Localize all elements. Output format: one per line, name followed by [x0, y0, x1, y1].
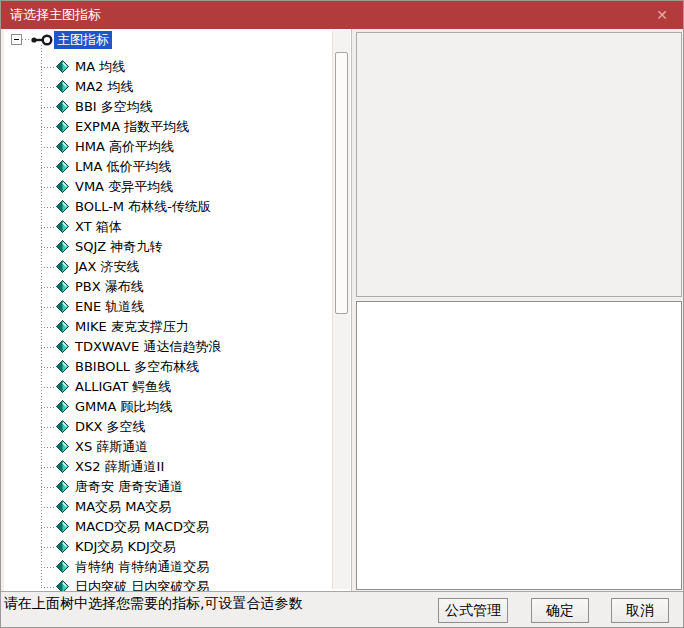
- tree-connector-stub: [41, 587, 55, 588]
- tree-item[interactable]: EXPMA 指数平均线: [4, 117, 351, 137]
- tree-item[interactable]: MIKE 麦克支撑压力: [4, 317, 351, 337]
- formula-manage-button[interactable]: 公式管理: [438, 598, 508, 623]
- tree-item[interactable]: HMA 高价平均线: [4, 137, 351, 157]
- tree-connector-stub: [22, 39, 31, 40]
- tree-connector-stub: [41, 547, 55, 548]
- gem-icon: [56, 540, 69, 553]
- tree-item[interactable]: XT 箱体: [4, 217, 351, 237]
- tree-item-label: XS2 薛斯通道II: [75, 457, 164, 477]
- tree-item[interactable]: VMA 变异平均线: [4, 177, 351, 197]
- gem-icon: [56, 440, 69, 453]
- tree-item-label: ENE 轨道线: [75, 297, 144, 317]
- tree-item-label: BBI 多空均线: [75, 97, 153, 117]
- gem-icon: [56, 460, 69, 473]
- cancel-button[interactable]: 取消: [611, 598, 669, 623]
- tree-root-label[interactable]: 主图指标: [54, 31, 112, 49]
- gem-icon: [56, 80, 69, 93]
- tree-item-label: GMMA 顾比均线: [75, 397, 173, 417]
- tree-item-label: DKX 多空线: [75, 417, 146, 437]
- tree-item-label: XT 箱体: [75, 217, 122, 237]
- tree-item[interactable]: XS 薛斯通道: [4, 437, 351, 457]
- tree-item[interactable]: XS2 薛斯通道II: [4, 457, 351, 477]
- tree-item[interactable]: GMMA 顾比均线: [4, 397, 351, 417]
- tree-item-label: JAX 济安线: [75, 257, 140, 277]
- tree-item[interactable]: ALLIGAT 鳄鱼线: [4, 377, 351, 397]
- tree-item[interactable]: BOLL-M 布林线-传统版: [4, 197, 351, 217]
- tree-item[interactable]: SQJZ 神奇九转: [4, 237, 351, 257]
- gem-icon: [56, 300, 69, 313]
- tree-item-label: ALLIGAT 鳄鱼线: [75, 377, 171, 397]
- tree-connector-stub: [41, 527, 55, 528]
- gem-icon: [56, 220, 69, 233]
- tree-item-label: MACD交易 MACD交易: [75, 517, 209, 537]
- tree-item-label: SQJZ 神奇九转: [75, 237, 162, 257]
- tree-connector-stub: [41, 567, 55, 568]
- minus-glyph: [14, 39, 19, 40]
- tree-item[interactable]: PBX 瀑布线: [4, 277, 351, 297]
- tree-item-label: 日内突破 日内突破交易: [75, 577, 209, 591]
- tree-item[interactable]: LMA 低价平均线: [4, 157, 351, 177]
- gem-icon: [56, 100, 69, 113]
- tree-connector-stub: [41, 67, 55, 68]
- tree-connector-stub: [41, 127, 55, 128]
- tree-connector-stub: [41, 467, 55, 468]
- tree-item-label: MIKE 麦克支撑压力: [75, 317, 189, 337]
- tree-item-label: 唐奇安 唐奇安通道: [75, 477, 183, 497]
- tree-item[interactable]: MACD交易 MACD交易: [4, 517, 351, 537]
- tree-item-label: HMA 高价平均线: [75, 137, 174, 157]
- gem-icon: [56, 400, 69, 413]
- tree-item-label: VMA 变异平均线: [75, 177, 173, 197]
- tree-item-label: MA 均线: [75, 57, 125, 77]
- tree-item[interactable]: ENE 轨道线: [4, 297, 351, 317]
- gem-icon: [56, 60, 69, 73]
- gem-icon: [56, 480, 69, 493]
- tree-item[interactable]: 唐奇安 唐奇安通道: [4, 477, 351, 497]
- gem-icon: [56, 320, 69, 333]
- ok-button[interactable]: 确定: [531, 598, 589, 623]
- tree-item[interactable]: TDXWAVE 通达信趋势浪: [4, 337, 351, 357]
- tree-item[interactable]: 日内突破 日内突破交易: [4, 577, 351, 591]
- tree-item-label: EXPMA 指数平均线: [75, 117, 189, 137]
- key-icon: [31, 33, 53, 47]
- tree-item-label: XS 薛斯通道: [75, 437, 148, 457]
- collapse-toggle-icon[interactable]: [11, 34, 22, 45]
- tree-connector-stub: [41, 207, 55, 208]
- gem-icon: [56, 340, 69, 353]
- indicator-select-dialog: 请选择主图指标 ✕ 主图指标 MA 均线: [0, 0, 684, 628]
- gem-icon: [56, 360, 69, 373]
- tree-connector-stub: [41, 407, 55, 408]
- tree-connector-stub: [41, 507, 55, 508]
- tree-connector-stub: [41, 287, 55, 288]
- tree-connector-stub: [41, 487, 55, 488]
- status-bar: 请在上面树中选择您需要的指标,可设置合适参数 公式管理 确定 取消: [1, 591, 684, 628]
- tree-connector-stub: [41, 227, 55, 228]
- tree-item[interactable]: DKX 多空线: [4, 417, 351, 437]
- tree-item[interactable]: MA交易 MA交易: [4, 497, 351, 517]
- description-panel: [356, 301, 682, 590]
- gem-icon: [56, 420, 69, 433]
- tree-scrollbar[interactable]: [332, 31, 350, 589]
- tree-item-label: KDJ交易 KDJ交易: [75, 537, 176, 557]
- status-hint-text: 请在上面树中选择您需要的指标,可设置合适参数: [4, 595, 302, 613]
- indicator-tree[interactable]: 主图指标 MA 均线 MA2 均线 BBI 多空均线: [4, 29, 352, 591]
- tree-item-label: 肯特纳 肯特纳通道交易: [75, 557, 209, 577]
- scrollbar-thumb[interactable]: [335, 52, 348, 314]
- tree-connector-stub: [41, 267, 55, 268]
- gem-icon: [56, 200, 69, 213]
- tree-connector-stub: [41, 347, 55, 348]
- close-icon: ✕: [656, 8, 668, 22]
- tree-item[interactable]: MA 均线: [4, 57, 351, 77]
- gem-icon: [56, 520, 69, 533]
- tree-connector-stub: [41, 247, 55, 248]
- tree-item-label: BOLL-M 布林线-传统版: [75, 197, 211, 217]
- tree-root-row[interactable]: 主图指标: [4, 31, 351, 51]
- tree-item[interactable]: JAX 济安线: [4, 257, 351, 277]
- tree-item[interactable]: 肯特纳 肯特纳通道交易: [4, 557, 351, 577]
- tree-item[interactable]: BBI 多空均线: [4, 97, 351, 117]
- tree-item-label: MA2 均线: [75, 77, 134, 97]
- tree-item[interactable]: KDJ交易 KDJ交易: [4, 537, 351, 557]
- tree-item[interactable]: MA2 均线: [4, 77, 351, 97]
- close-button[interactable]: ✕: [639, 1, 684, 29]
- tree-connector-stub: [41, 367, 55, 368]
- tree-item[interactable]: BBIBOLL 多空布林线: [4, 357, 351, 377]
